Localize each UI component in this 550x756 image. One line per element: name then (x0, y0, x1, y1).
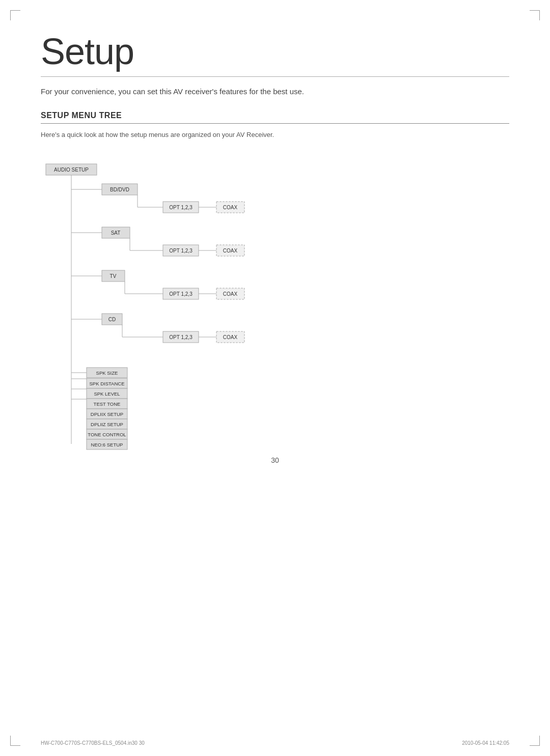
svg-text:COAX: COAX (223, 205, 238, 210)
svg-text:COAX: COAX (223, 248, 238, 254)
svg-text:DPLIIX SETUP: DPLIIX SETUP (91, 411, 123, 417)
menu-tree: AUDIO SETUP BD/DVD OPT 1,2,3 COAX SAT (41, 159, 346, 477)
corner-tr (530, 10, 540, 20)
svg-text:COAX: COAX (223, 291, 238, 297)
footer-right: 2010-05-04 11:42:05 (462, 740, 509, 746)
svg-text:SPK SIZE: SPK SIZE (96, 370, 118, 376)
svg-text:OPT 1,2,3: OPT 1,2,3 (169, 205, 193, 210)
corner-tl (10, 10, 20, 20)
svg-text:TV: TV (110, 273, 117, 279)
svg-text:OPT 1,2,3: OPT 1,2,3 (169, 291, 193, 297)
tree-svg: AUDIO SETUP BD/DVD OPT 1,2,3 COAX SAT (41, 159, 346, 474)
svg-text:COAX: COAX (223, 334, 238, 340)
svg-text:OPT 1,2,3: OPT 1,2,3 (169, 334, 193, 340)
corner-bl (10, 736, 20, 746)
section-desc: Here's a quick look at how the setup men… (41, 131, 509, 138)
footer: HW-C700-C770S-C770BS-ELS_0504.in30 30 20… (41, 740, 509, 746)
svg-text:AUDIO SETUP: AUDIO SETUP (54, 167, 89, 173)
svg-text:SPK LEVEL: SPK LEVEL (94, 391, 120, 397)
svg-text:TONE CONTROL: TONE CONTROL (88, 432, 126, 437)
svg-text:CD: CD (108, 317, 116, 322)
corner-br (530, 736, 540, 746)
svg-text:DPLIIZ SETUP: DPLIIZ SETUP (91, 422, 123, 427)
svg-text:TEST TONE: TEST TONE (94, 401, 121, 407)
svg-text:SAT: SAT (111, 230, 121, 236)
footer-left: HW-C700-C770S-C770BS-ELS_0504.in30 30 (41, 740, 145, 746)
subtitle: For your convenience, you can set this A… (41, 87, 509, 96)
svg-text:SPK DISTANCE: SPK DISTANCE (90, 381, 125, 386)
svg-text:NEO:6 SETUP: NEO:6 SETUP (91, 442, 123, 447)
section-heading: SETUP MENU TREE (41, 111, 509, 124)
page-title: Setup (41, 31, 509, 72)
title-underline (41, 76, 509, 77)
svg-text:BD/DVD: BD/DVD (110, 187, 129, 192)
page: Setup For your convenience, you can set … (0, 0, 550, 756)
svg-text:OPT 1,2,3: OPT 1,2,3 (169, 248, 193, 254)
